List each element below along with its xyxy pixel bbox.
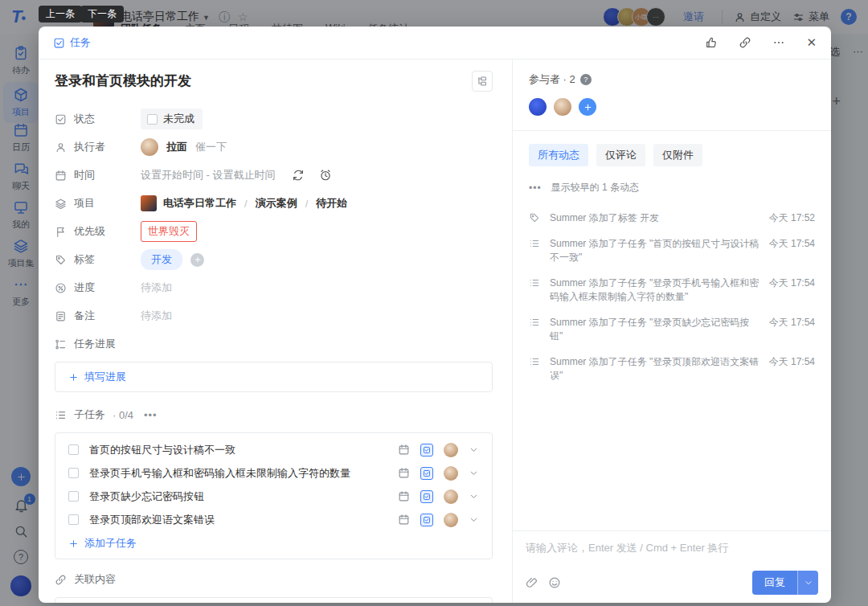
subtasks-more-button[interactable]: ••• (144, 409, 158, 421)
subtask-assignee-avatar[interactable] (444, 513, 458, 527)
list-icon (529, 317, 540, 328)
task-group[interactable]: 演示案例 (256, 196, 297, 211)
filter-comments-only[interactable]: 仅评论 (596, 144, 645, 166)
calendar-icon[interactable] (398, 490, 410, 502)
task-check-icon (53, 37, 65, 49)
task-title[interactable]: 登录和首页模块的开发 (55, 71, 191, 92)
activity-time: 今天 17:54 (769, 276, 815, 304)
smiley-icon[interactable] (548, 576, 561, 589)
subtask-assignee-avatar[interactable] (444, 466, 458, 481)
assignee-avatar[interactable] (141, 138, 158, 156)
filter-attachments-only[interactable]: 仅附件 (653, 144, 702, 166)
activity-feed: Summer 添加了标签 开发 今天 17:52 Summer 添加了子任务 "… (513, 194, 831, 530)
subtask-row[interactable]: 登录页手机号输入框和密码输入框未限制输入字符的数量 (55, 461, 492, 485)
link-icon (739, 36, 751, 49)
calendar-icon[interactable] (398, 514, 410, 526)
chevron-down-icon[interactable] (469, 468, 479, 478)
field-tags: 标签 开发 (55, 250, 493, 269)
field-assignee: 执行者 拉面 催一下 (55, 137, 493, 157)
participant-avatar[interactable] (529, 98, 547, 116)
related-box: 从资源添加 (55, 597, 493, 603)
chevron-down-icon[interactable] (469, 491, 479, 502)
participants-help-icon[interactable]: ? (580, 74, 592, 85)
next-item-tooltip[interactable]: 下一条 (80, 6, 124, 23)
tag-icon (55, 254, 67, 266)
activity-time: 今天 17:54 (769, 316, 815, 343)
activity-item: Summer 添加了子任务 "登录页顶部欢迎语文案错误" 今天 17:54 (529, 355, 815, 383)
modal-header: 任务 ✕ (39, 27, 831, 59)
project-name[interactable]: 电话亭日常工作 (163, 196, 236, 211)
note-placeholder[interactable]: 待添加 (141, 309, 172, 323)
close-button[interactable]: ✕ (806, 35, 817, 50)
task-detail-modal: 任务 ✕ 登录和首页模块的开发 状态 (39, 27, 831, 603)
subtask-row[interactable]: 首页的按钮尺寸与设计稿不一致 (55, 438, 492, 461)
assignee-name[interactable]: 拉面 (166, 140, 187, 154)
participants-header: 参与者 · 2 ? (529, 72, 815, 87)
nudge-button[interactable]: 催一下 (195, 140, 227, 154)
calendar-icon (55, 170, 67, 182)
field-project: 项目 电话亭日常工作 / 演示案例 / 待开始 (55, 194, 493, 213)
activity-item: Summer 添加了子任务 "首页的按钮尺寸与设计稿不一致" 今天 17:54 (529, 237, 815, 264)
like-button[interactable] (705, 36, 718, 49)
reply-button[interactable]: 回复 (752, 571, 797, 595)
paperclip-icon[interactable] (526, 576, 538, 589)
subtask-type-icon (420, 444, 433, 457)
tag-badge[interactable]: 开发 (141, 249, 182, 270)
field-progress: 进度 待添加 (55, 278, 493, 297)
plus-icon (583, 103, 592, 112)
field-time: 时间 设置开始时间 - 设置截止时间 (55, 166, 493, 185)
subtask-assignee-avatar[interactable] (444, 489, 458, 504)
activity-item: Summer 添加了标签 开发 今天 17:52 (529, 211, 815, 225)
field-status: 状态 未完成 (55, 109, 493, 129)
add-participant-button[interactable] (579, 98, 596, 116)
person-icon (55, 141, 67, 154)
task-structure-button[interactable] (472, 71, 493, 92)
add-tag-button[interactable] (190, 253, 204, 267)
plus-icon (68, 538, 79, 549)
repeat-icon[interactable] (292, 169, 305, 182)
subtask-row[interactable]: 登录页缺少忘记密码按钮 (55, 485, 492, 508)
subtask-count: · 0/4 (113, 409, 133, 421)
subtasks-box: 首页的按钮尺寸与设计稿不一致 登录页手机号输入框和密码输入框未限制输入字符的数量 (55, 432, 493, 559)
activity-filters: 所有动态 仅评论 仅附件 (513, 131, 831, 166)
status-toggle-button[interactable]: 未完成 (141, 109, 203, 129)
chevron-down-icon[interactable] (469, 514, 479, 525)
add-progress-button[interactable]: 填写进展 (55, 362, 492, 391)
participant-avatar[interactable] (554, 98, 571, 116)
set-time-button[interactable]: 设置开始时间 - 设置截止时间 (141, 168, 276, 182)
subtask-checkbox[interactable] (68, 514, 79, 525)
priority-badge[interactable]: 世界毁灭 (141, 221, 197, 242)
subtask-checkbox[interactable] (68, 468, 79, 478)
subtask-checkbox[interactable] (68, 444, 79, 455)
comment-input[interactable] (526, 541, 818, 568)
task-stage[interactable]: 待开始 (316, 196, 347, 211)
progress-placeholder[interactable]: 待添加 (141, 280, 172, 295)
activity-item: Summer 添加了子任务 "登录页手机号输入框和密码输入框未限制输入字符的数量… (529, 276, 815, 304)
list-icon (529, 356, 540, 367)
flag-icon (55, 226, 67, 238)
field-priority: 优先级 世界毁灭 (55, 222, 493, 241)
filter-all-activity[interactable]: 所有动态 (529, 144, 588, 166)
thumbs-up-icon (705, 36, 718, 49)
subtask-type-icon (420, 490, 433, 503)
percent-icon (55, 282, 67, 294)
reply-dropdown-button[interactable] (797, 571, 818, 595)
calendar-icon[interactable] (398, 467, 410, 479)
list-icon (55, 409, 67, 421)
subtask-row[interactable]: 登录页顶部欢迎语文案错误 (55, 508, 492, 531)
chevron-down-icon[interactable] (469, 444, 479, 455)
subtask-assignee-avatar[interactable] (444, 443, 458, 457)
subtask-checkbox[interactable] (68, 491, 79, 502)
subtasks-header: 子任务 · 0/4 ••• (55, 407, 493, 422)
prev-item-tooltip[interactable]: 上一条 (39, 6, 82, 23)
add-subtask-button[interactable]: 添加子任务 (55, 531, 492, 557)
status-checkbox[interactable] (147, 114, 158, 125)
progress-box: 填写进展 (55, 362, 493, 392)
alarm-icon[interactable] (319, 169, 332, 182)
show-earlier-button[interactable]: ••• 显示较早的 1 条动态 (513, 166, 831, 194)
task-type[interactable]: 任务 (53, 35, 91, 50)
calendar-icon[interactable] (398, 444, 410, 456)
task-detail-column: 登录和首页模块的开发 状态 未完成 执行者 (39, 59, 512, 603)
copy-link-button[interactable] (739, 36, 751, 49)
more-actions-button[interactable] (772, 36, 785, 49)
